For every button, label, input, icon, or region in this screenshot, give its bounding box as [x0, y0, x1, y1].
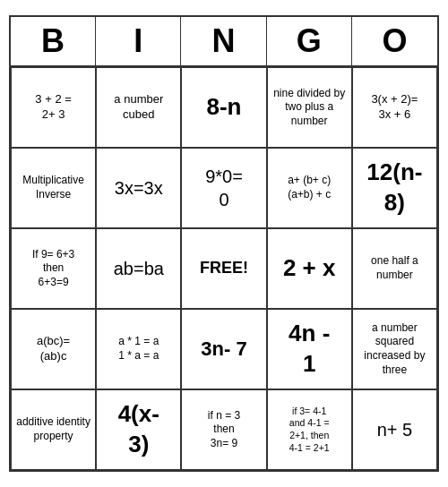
bingo-cell-1: a number cubed: [96, 67, 181, 148]
bingo-cell-11: ab=ba: [96, 228, 181, 309]
bingo-cell-18: 4n - 1: [267, 309, 352, 389]
bingo-cell-3: nine divided by two plus a number: [267, 67, 352, 148]
bingo-cell-23: if 3= 4-1 and 4-1 = 2+1, then 4-1 = 2+1: [267, 389, 352, 470]
bingo-cell-6: 3x=3x: [96, 148, 181, 228]
bingo-cell-5: Multiplicative Inverse: [11, 148, 96, 228]
bingo-grid: 3 + 2 = 2+ 3a number cubed8-nnine divide…: [11, 67, 437, 470]
header-letter-i: I: [96, 17, 181, 65]
bingo-cell-19: a number squared increased by three: [352, 309, 437, 389]
bingo-cell-7: 9*0= 0: [181, 148, 266, 228]
bingo-cell-8: a+ (b+ c) (a+b) + c: [267, 148, 352, 228]
header-letter-g: G: [267, 17, 352, 65]
bingo-cell-13: 2 + x: [267, 228, 352, 309]
bingo-cell-16: a * 1 = a 1 * a = a: [96, 309, 181, 389]
bingo-header: BINGO: [11, 17, 437, 67]
bingo-cell-15: a(bc)= (ab)c: [11, 309, 96, 389]
header-letter-o: O: [352, 17, 437, 65]
bingo-cell-21: 4(x- 3): [96, 389, 181, 470]
bingo-cell-10: If 9= 6+3 then 6+3=9: [11, 228, 96, 309]
bingo-cell-22: if n = 3 then 3n= 9: [181, 389, 266, 470]
bingo-card: BINGO 3 + 2 = 2+ 3a number cubed8-nnine …: [9, 15, 439, 472]
bingo-cell-2: 8-n: [181, 67, 266, 148]
bingo-cell-4: 3(x + 2)= 3x + 6: [352, 67, 437, 148]
bingo-cell-24: n+ 5: [352, 389, 437, 470]
bingo-cell-9: 12(n- 8): [352, 148, 437, 228]
bingo-cell-20: additive identity property: [11, 389, 96, 470]
bingo-cell-14: one half a number: [352, 228, 437, 309]
header-letter-n: N: [181, 17, 266, 65]
bingo-cell-17: 3n- 7: [181, 309, 266, 389]
header-letter-b: B: [11, 17, 96, 65]
bingo-cell-12: FREE!: [181, 228, 266, 309]
bingo-cell-0: 3 + 2 = 2+ 3: [11, 67, 96, 148]
